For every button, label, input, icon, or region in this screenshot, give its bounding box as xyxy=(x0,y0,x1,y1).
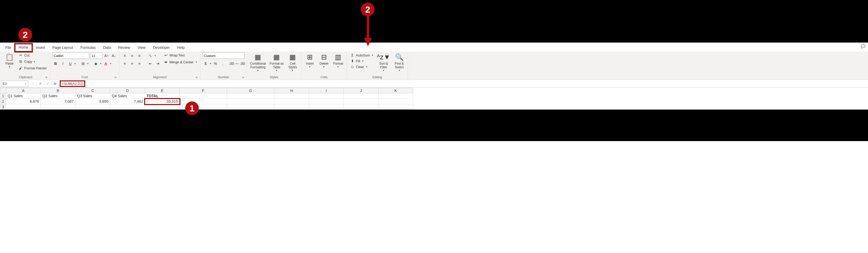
cell-g3[interactable] xyxy=(227,104,274,110)
tab-help[interactable]: Help xyxy=(173,44,188,51)
col-header-d[interactable]: D xyxy=(110,88,145,93)
col-header-e[interactable]: E xyxy=(145,88,180,93)
cell-c3[interactable] xyxy=(75,104,110,110)
chevron-down-icon[interactable]: ▾ xyxy=(110,62,111,65)
row-header-3[interactable]: 3 xyxy=(0,104,6,110)
enter-icon[interactable]: ✓ xyxy=(44,81,51,87)
cell-j1[interactable] xyxy=(344,93,378,99)
cell-h3[interactable] xyxy=(274,104,309,110)
clear-button[interactable]: ◇Clear▾ xyxy=(349,64,374,69)
format-cells-button[interactable]: ▥Format▾ xyxy=(332,52,345,69)
cell-h1[interactable] xyxy=(274,93,309,99)
col-header-g[interactable]: G xyxy=(227,88,274,93)
format-as-table-button[interactable]: ▦Format as Table▾ xyxy=(269,52,285,72)
cell-b3[interactable] xyxy=(41,104,75,110)
cell-i2[interactable] xyxy=(309,99,344,104)
cell-b2[interactable]: 7,087 xyxy=(41,99,75,104)
chevron-down-icon[interactable]: ▾ xyxy=(100,62,101,65)
increase-decimal-icon[interactable]: .00→ xyxy=(230,61,237,67)
chevron-down-icon[interactable]: ▾ xyxy=(210,62,211,65)
col-header-b[interactable]: B xyxy=(41,88,75,93)
cell-g2[interactable] xyxy=(227,99,274,104)
tab-data[interactable]: Data xyxy=(99,44,115,51)
fill-color-icon[interactable]: ◆ xyxy=(93,61,99,67)
dialog-launcher-icon[interactable]: ⇲ xyxy=(115,76,117,78)
tab-insert[interactable]: Insert xyxy=(32,44,49,51)
borders-icon[interactable]: ⊞ xyxy=(80,61,86,67)
tab-home[interactable]: Home xyxy=(15,44,32,52)
paste-button[interactable]: 📋 Paste ▾ xyxy=(3,52,16,69)
grid[interactable]: A B C D E F G H I J K 1 Q1 Sales Q2 Sale… xyxy=(0,88,413,110)
cancel-icon[interactable]: ✕ xyxy=(37,81,44,87)
cell-d2[interactable]: 7,462 xyxy=(110,99,145,104)
col-header-f[interactable]: F xyxy=(180,88,227,93)
fx-icon[interactable]: fx xyxy=(52,81,59,87)
find-select-button[interactable]: 🔍Find & Select▾ xyxy=(393,52,406,72)
cell-e3[interactable] xyxy=(145,104,180,110)
tab-file[interactable]: File xyxy=(2,44,15,51)
cell-d3[interactable] xyxy=(110,104,145,110)
tab-view[interactable]: View xyxy=(134,44,149,51)
chevron-down-icon[interactable]: ▾ xyxy=(74,62,76,65)
row-header-2[interactable]: 2 xyxy=(0,99,6,104)
col-header-j[interactable]: J xyxy=(344,88,378,93)
tab-review[interactable]: Review xyxy=(115,44,134,51)
expand-icon[interactable]: ⋮ xyxy=(30,81,37,87)
comma-format-icon[interactable]: , xyxy=(220,61,226,67)
dialog-launcher-icon[interactable]: ⇲ xyxy=(195,76,197,78)
number-format-select[interactable] xyxy=(203,52,245,59)
comments-icon[interactable]: 💬 xyxy=(861,44,865,48)
accounting-format-icon[interactable]: $ xyxy=(203,61,209,67)
cell-h2[interactable] xyxy=(274,99,309,104)
cell-e2[interactable]: 33,315 xyxy=(145,99,180,104)
dialog-launcher-icon[interactable]: ⇲ xyxy=(242,76,244,78)
col-header-i[interactable]: I xyxy=(309,88,344,93)
row-header-1[interactable]: 1 xyxy=(0,93,6,99)
tab-formulas[interactable]: Formulas xyxy=(77,44,99,51)
cell-i1[interactable] xyxy=(309,93,344,99)
cell-j2[interactable] xyxy=(344,99,378,104)
col-header-a[interactable]: A xyxy=(6,88,41,93)
cell-a2[interactable]: 8,876 xyxy=(6,99,41,104)
col-header-c[interactable]: C xyxy=(75,88,110,93)
increase-font-icon[interactable]: A↑ xyxy=(103,52,110,59)
col-header-h[interactable]: H xyxy=(274,88,309,93)
font-size-input[interactable] xyxy=(90,52,102,59)
format-painter-button[interactable]: 🖌Format Painter xyxy=(18,65,48,71)
cell-c1[interactable]: Q3 Sales xyxy=(75,93,110,99)
bold-button[interactable]: B xyxy=(52,61,59,67)
sort-filter-button[interactable]: ᴬᴢ▼Sort & Filter▾ xyxy=(376,52,392,72)
font-name-input[interactable] xyxy=(52,52,89,59)
cell-styles-button[interactable]: ▦Cell Styles▾ xyxy=(286,52,299,72)
cell-f1[interactable] xyxy=(180,93,227,99)
align-center-icon[interactable]: ≡ xyxy=(129,61,135,67)
cell-d1[interactable]: Q4 Sales xyxy=(110,93,145,99)
cell-k3[interactable] xyxy=(378,104,413,110)
percent-format-icon[interactable]: % xyxy=(212,61,219,67)
cell-c2[interactable]: 9,890 xyxy=(75,99,110,104)
cell-a3[interactable] xyxy=(6,104,41,110)
merge-center-button[interactable]: ⬌Merge & Center▾ xyxy=(162,59,198,65)
align-right-icon[interactable]: ≡ xyxy=(136,61,143,67)
insert-cells-button[interactable]: ⊞Insert▾ xyxy=(304,52,316,69)
autosum-button[interactable]: ΣAutoSum▾ xyxy=(349,52,374,58)
conditional-formatting-button[interactable]: ▦Conditional Formatting▾ xyxy=(249,52,267,72)
align-middle-icon[interactable]: ≡ xyxy=(129,52,135,59)
select-all-corner[interactable] xyxy=(0,88,6,93)
decrease-font-icon[interactable]: A↓ xyxy=(111,52,117,59)
cell-f2[interactable] xyxy=(180,99,227,104)
cell-g1[interactable] xyxy=(227,93,274,99)
align-left-icon[interactable]: ≡ xyxy=(122,61,128,67)
align-bottom-icon[interactable]: ≡ xyxy=(136,52,143,59)
orientation-icon[interactable]: ⤡ xyxy=(147,52,154,59)
cell-k2[interactable] xyxy=(378,99,413,104)
name-box[interactable]: E2 ▾ xyxy=(1,81,28,87)
chevron-down-icon[interactable]: ▾ xyxy=(87,62,89,65)
underline-button[interactable]: U xyxy=(67,61,73,67)
formula-input[interactable]: =SUM(A2:D2) xyxy=(61,81,84,86)
cell-a1[interactable]: Q1 Sales xyxy=(6,93,41,99)
decrease-decimal-icon[interactable]: ←.00 xyxy=(238,61,244,67)
delete-cells-button[interactable]: ⊟Delete▾ xyxy=(318,52,330,69)
fill-button[interactable]: ⬇Fill▾ xyxy=(349,58,374,64)
col-header-k[interactable]: K xyxy=(378,88,413,93)
